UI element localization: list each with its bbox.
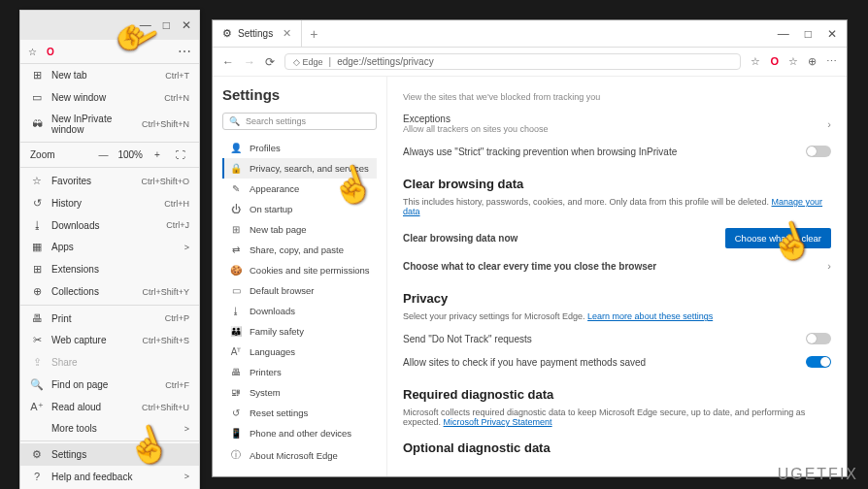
- sidebar-nav-item[interactable]: ✎Appearance: [222, 179, 377, 199]
- sidebar-nav-item[interactable]: AᵀLanguages: [222, 342, 377, 362]
- menu-item[interactable]: ⊞New tabCtrl+T: [20, 64, 199, 86]
- sidebar-nav-item[interactable]: ⏻On startup: [222, 199, 377, 219]
- zoom-row: Zoom — 100% + ⛶: [20, 145, 199, 165]
- menu-item-icon: ?: [30, 471, 44, 482]
- nav-item-icon: 👪: [230, 326, 242, 337]
- privacy-heading: Privacy: [403, 291, 831, 306]
- menu-item[interactable]: ☆FavoritesCtrl+Shift+O: [20, 170, 199, 192]
- menu-item[interactable]: 🕶New InPrivate windowCtrl+Shift+N: [20, 109, 199, 140]
- menu-item[interactable]: ✂Web captureCtrl+Shift+S: [20, 329, 199, 351]
- bookmark-icon[interactable]: ☆: [751, 55, 760, 68]
- menu-item-icon: ⭳: [30, 219, 44, 231]
- sidebar-nav-item[interactable]: 🔒Privacy, search, and services: [222, 158, 377, 179]
- exceptions-row[interactable]: Exceptions Allow all trackers on sites y…: [403, 108, 831, 140]
- maximize-icon[interactable]: □: [163, 18, 170, 32]
- nav-item-icon: ⇄: [230, 244, 242, 255]
- tab-close-icon[interactable]: ✕: [283, 27, 291, 40]
- dnt-toggle[interactable]: [806, 333, 831, 344]
- privacy-learn-link[interactable]: Learn more about these settings: [587, 311, 713, 321]
- menu-item-label: Settings: [51, 449, 182, 460]
- back-button[interactable]: ←: [222, 55, 234, 69]
- privacy-statement-link[interactable]: Microsoft Privacy Statement: [444, 417, 552, 427]
- menu-item-icon: ⚙: [30, 448, 44, 461]
- clear-now-row: Clear browsing data now Choose what to c…: [403, 222, 831, 254]
- nav-item-icon: 🖳: [230, 387, 242, 398]
- menu-item-shortcut: Ctrl+Shift+U: [142, 403, 189, 412]
- menu-item-label: History: [51, 198, 156, 209]
- menu-item[interactable]: 🖶PrintCtrl+P: [20, 308, 199, 329]
- menu-item[interactable]: A⁺Read aloudCtrl+Shift+U: [20, 396, 199, 418]
- menu-item[interactable]: ⚙Settings: [20, 443, 199, 466]
- menu-item-label: New window: [51, 92, 156, 103]
- sidebar-nav-item[interactable]: ⭳Downloads: [222, 301, 377, 321]
- diag-heading: Required diagnostic data: [403, 387, 831, 402]
- favorites-icon[interactable]: ☆: [28, 47, 37, 57]
- overflow-icon[interactable]: ⋯: [826, 55, 837, 68]
- menu-item[interactable]: More tools>: [20, 418, 199, 439]
- tab-settings[interactable]: ⚙ Settings ✕: [213, 20, 302, 47]
- menu-item-icon: ⇪: [30, 356, 44, 369]
- url-input[interactable]: ◇ Edge | edge://settings/privacy: [284, 53, 741, 70]
- zoom-in-button[interactable]: +: [149, 149, 166, 160]
- menu-item-shortcut: Ctrl+N: [164, 93, 189, 103]
- opera-ext-icon[interactable]: O: [770, 55, 779, 68]
- zoom-out-button[interactable]: —: [94, 149, 112, 160]
- menu-item-label: Print: [51, 313, 157, 324]
- menu-item-label: Web capture: [51, 335, 134, 345]
- chevron-right-icon: ›: [827, 260, 831, 272]
- menu-item-shortcut: Ctrl+Shift+O: [141, 177, 189, 186]
- settings-sidebar: Settings 🔍 Search settings 👤Profiles🔒Pri…: [213, 77, 387, 476]
- minimize-icon[interactable]: —: [140, 18, 151, 32]
- sidebar-nav-item[interactable]: ⓘAbout Microsoft Edge: [222, 443, 377, 467]
- address-bar: ← → ⟳ ◇ Edge | edge://settings/privacy ☆…: [213, 48, 847, 77]
- menu-item[interactable]: ↺HistoryCtrl+H: [20, 192, 199, 214]
- strict-tracking-row: Always use "Strict" tracking prevention …: [403, 140, 831, 163]
- window-close-icon[interactable]: ✕: [827, 27, 837, 41]
- choose-what-to-clear-button[interactable]: Choose what to clear: [725, 228, 831, 248]
- strict-toggle[interactable]: [806, 146, 831, 157]
- nav-item-label: Privacy, search, and services: [250, 163, 369, 174]
- fullscreen-button[interactable]: ⛶: [172, 149, 189, 160]
- nav-item-label: About Microsoft Edge: [250, 450, 338, 461]
- menu-item[interactable]: ⭳DownloadsCtrl+J: [20, 214, 199, 236]
- search-icon: 🔍: [229, 116, 240, 126]
- exceptions-sub: Allow all trackers on sites you choose: [403, 124, 827, 134]
- sidebar-nav-item[interactable]: ▭Default browser: [222, 280, 377, 301]
- nav-item-label: Phone and other devices: [250, 428, 351, 439]
- menu-item[interactable]: 🔍Find on pageCtrl+F: [20, 374, 199, 396]
- collections-icon[interactable]: ⊕: [808, 55, 817, 68]
- menu-item[interactable]: ⊞Extensions: [20, 258, 199, 280]
- sidebar-nav-item[interactable]: ↺Reset settings: [222, 403, 377, 423]
- more-icon[interactable]: ⋯: [178, 44, 191, 59]
- sidebar-nav-item[interactable]: 📱Phone and other devices: [222, 423, 377, 443]
- menu-item[interactable]: ▦Apps>: [20, 236, 199, 258]
- nav-item-icon: ↺: [230, 408, 242, 418]
- menu-item[interactable]: ?Help and feedback>: [20, 466, 199, 487]
- favorites-bar-icon[interactable]: ☆: [788, 55, 798, 68]
- opera-icon[interactable]: O: [47, 47, 54, 57]
- menu-item[interactable]: ▭New windowCtrl+N: [20, 86, 199, 109]
- forward-button: →: [244, 55, 255, 69]
- menu-item[interactable]: ⊕CollectionsCtrl+Shift+Y: [20, 280, 199, 303]
- window-minimize-icon[interactable]: —: [778, 27, 789, 41]
- search-settings-input[interactable]: 🔍 Search settings: [222, 113, 377, 130]
- payment-toggle[interactable]: [806, 356, 831, 368]
- menu-item-icon: ☆: [30, 175, 44, 187]
- chevron-right-icon: >: [184, 243, 189, 252]
- reload-button[interactable]: ⟳: [265, 55, 275, 69]
- menu-item-label: Read aloud: [51, 402, 134, 412]
- sidebar-nav-item[interactable]: 🍪Cookies and site permissions: [222, 260, 377, 280]
- menu-item-label: New tab: [51, 70, 157, 81]
- sidebar-nav-item[interactable]: 🖳System: [222, 382, 377, 403]
- nav-item-icon: 👤: [230, 143, 242, 153]
- close-icon[interactable]: ✕: [182, 18, 191, 32]
- sidebar-nav-item[interactable]: 👪Family safety: [222, 321, 377, 342]
- window-maximize-icon[interactable]: □: [805, 27, 812, 41]
- new-tab-button[interactable]: +: [302, 26, 325, 42]
- sidebar-nav-item[interactable]: ⇄Share, copy, and paste: [222, 240, 377, 260]
- clear-on-close-row[interactable]: Choose what to clear every time you clos…: [403, 254, 831, 277]
- menu-item-label: Favorites: [51, 176, 133, 186]
- sidebar-nav-item[interactable]: 👤Profiles: [222, 138, 377, 158]
- sidebar-nav-item[interactable]: ⊞New tab page: [222, 219, 377, 240]
- sidebar-nav-item[interactable]: 🖶Printers: [222, 362, 377, 382]
